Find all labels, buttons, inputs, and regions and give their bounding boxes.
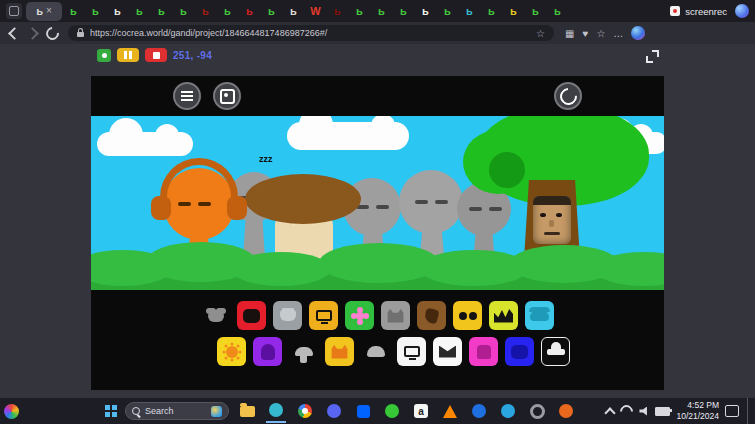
tab-close-icon[interactable]: × [46, 6, 52, 16]
essentials-heart-icon[interactable]: ♥ [582, 28, 588, 39]
tab-list: ь × ь × ь × ь × ь [26, 2, 568, 21]
screenrec-widget[interactable]: screenrec [670, 6, 727, 17]
wifi-icon[interactable] [618, 402, 636, 420]
favorites-icon[interactable]: ☆ [596, 28, 605, 39]
sound-icon[interactable] [417, 301, 446, 330]
taskbar-app-icon[interactable]: a [411, 399, 431, 423]
show-desktop-button[interactable] [747, 398, 751, 424]
sound-icon[interactable] [381, 301, 410, 330]
sound-icon[interactable] [397, 337, 426, 366]
restart-button[interactable] [554, 82, 582, 110]
start-button[interactable] [105, 405, 117, 417]
refresh-icon[interactable] [43, 24, 61, 42]
browser-tab[interactable]: ь × [63, 2, 84, 21]
sound-icon[interactable] [201, 301, 230, 330]
mushroom-cap[interactable] [245, 174, 361, 224]
taskbar-app-icon[interactable] [469, 399, 489, 423]
browser-tab[interactable]: ь × [437, 2, 458, 21]
browser-tab[interactable]: ь × [349, 2, 370, 21]
sound-icon[interactable] [453, 301, 482, 330]
favorite-star-icon[interactable]: ☆ [536, 28, 545, 39]
url-text[interactable]: https://cocrea.world/gandi/project/18466… [90, 28, 530, 38]
browser-tab[interactable]: ь × [151, 2, 172, 21]
taskbar-app-icon[interactable] [527, 399, 547, 423]
taskbar-app-icon[interactable] [237, 399, 257, 423]
copilot-icon[interactable] [735, 4, 749, 18]
sound-icon[interactable] [433, 337, 462, 366]
sound-icon[interactable] [325, 337, 354, 366]
tray-overflow-icon[interactable] [605, 407, 616, 418]
browser-tab[interactable]: ь × [107, 2, 128, 21]
browser-tab[interactable]: ь × [503, 2, 524, 21]
browser-tab[interactable]: ь × [393, 2, 414, 21]
browser-tab[interactable]: ь × [261, 2, 282, 21]
browser-tab[interactable]: ь × [239, 2, 260, 21]
character-select-button[interactable] [213, 82, 241, 110]
lock-icon[interactable] [77, 32, 84, 37]
browser-tab[interactable]: ь × [415, 2, 436, 21]
sound-icon[interactable] [525, 301, 554, 330]
browser-tab[interactable]: ь × [327, 2, 348, 21]
browser-tab[interactable]: ь × [459, 2, 480, 21]
screen: ь × ь × ь × ь × ь [0, 0, 755, 424]
browser-tab[interactable]: ь × [283, 2, 304, 21]
browser-tab[interactable]: ь × [547, 2, 568, 21]
browser-tab[interactable]: ь × [217, 2, 238, 21]
taskbar-clock[interactable]: 4:52 PM 10/21/2024 [676, 400, 719, 421]
browser-tab[interactable]: ь × [371, 2, 392, 21]
sound-icon[interactable] [489, 301, 518, 330]
browser-tab[interactable]: W × [305, 2, 326, 21]
browser-tab[interactable]: ь × [481, 2, 502, 21]
screenrec-label: screenrec [685, 6, 727, 17]
collapse-stage-icon[interactable] [646, 50, 659, 63]
tree-face[interactable] [533, 196, 571, 244]
browser-tab[interactable]: ь × [129, 2, 150, 21]
browser-tab[interactable]: ь × [195, 2, 216, 21]
back-icon[interactable] [8, 27, 21, 40]
sound-icon[interactable] [505, 337, 534, 366]
sound-icon[interactable] [253, 337, 282, 366]
sound-glyph [208, 310, 224, 322]
extensions-icon[interactable]: ▦ [565, 28, 574, 39]
gray-character-head[interactable] [399, 170, 463, 234]
sound-icon[interactable] [289, 337, 318, 366]
address-bar[interactable]: https://cocrea.world/gandi/project/18466… [68, 25, 554, 41]
taskbar-app-icon[interactable] [556, 399, 576, 423]
taskbar-app-icon[interactable] [295, 399, 315, 423]
browser-tab[interactable]: ь × [85, 2, 106, 21]
sound-icon[interactable] [217, 337, 246, 366]
action-center-icon[interactable] [725, 405, 739, 417]
volume-icon[interactable] [639, 407, 649, 416]
taskbar-corner-widget-icon[interactable] [4, 404, 19, 419]
sound-icon[interactable] [309, 301, 338, 330]
taskbar-app-icon[interactable] [266, 399, 286, 423]
taskbar-search[interactable]: Search [125, 402, 229, 420]
taskbar-app-icon[interactable] [440, 399, 460, 423]
sound-icon[interactable] [237, 301, 266, 330]
search-highlights-icon[interactable] [211, 406, 222, 417]
more-menu-icon[interactable]: … [613, 28, 623, 39]
browser-tab[interactable]: ь × [525, 2, 546, 21]
recorder-pause-button[interactable] [117, 48, 139, 62]
workspaces-icon[interactable] [6, 3, 22, 19]
taskbar-app-icon[interactable] [324, 399, 344, 423]
sound-icon[interactable] [345, 301, 374, 330]
sound-icon[interactable] [273, 301, 302, 330]
browser-tab[interactable]: ь × [173, 2, 194, 21]
sound-icon[interactable] [361, 337, 390, 366]
sound-icon[interactable] [469, 337, 498, 366]
taskbar-app-icon[interactable] [498, 399, 518, 423]
recorder-stop-button[interactable] [145, 48, 167, 62]
browser-tab[interactable]: ь × [26, 2, 62, 21]
sound-icon[interactable] [541, 337, 570, 366]
stage-coordinates: 251, -94 [173, 50, 212, 61]
system-tray: 4:52 PM 10/21/2024 [606, 398, 751, 424]
taskbar-app-icon[interactable] [353, 399, 373, 423]
taskbar-app-icon[interactable] [382, 399, 402, 423]
battery-icon[interactable] [655, 407, 670, 416]
forward-icon[interactable] [26, 27, 39, 40]
menu-button[interactable] [173, 82, 201, 110]
profile-avatar[interactable] [631, 26, 645, 40]
tab-favicon: ь [114, 6, 121, 17]
recorder-camera-button[interactable] [97, 49, 111, 62]
